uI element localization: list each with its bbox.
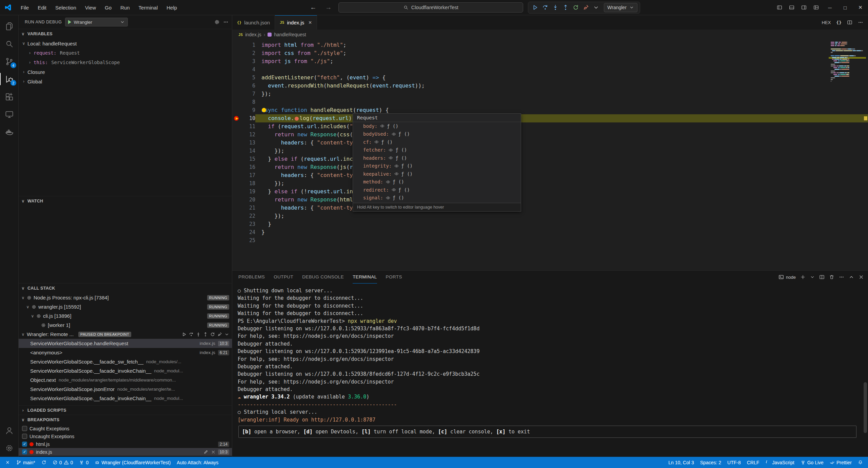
menu-view[interactable]: View [81, 0, 100, 15]
close-panel-icon[interactable] [859, 274, 864, 280]
breadcrumb-symbol[interactable]: handleRequest [274, 32, 306, 37]
code-line-22[interactable]: 22 }); [232, 212, 868, 220]
menu-run[interactable]: Run [116, 0, 134, 15]
minimap[interactable] [831, 42, 863, 84]
variables-header[interactable]: ∨VARIABLES [19, 29, 232, 39]
terminal-scrollbar[interactable] [864, 382, 867, 433]
breakpoint-checkbox[interactable]: ✓ [22, 442, 27, 447]
code-line-11[interactable]: 11 if (request.url.includes("c [232, 122, 868, 131]
activity-extensions[interactable] [0, 88, 19, 105]
panel-tab-output[interactable]: OUTPUT [274, 271, 293, 284]
panel-tab-ports[interactable]: PORTS [386, 271, 402, 284]
panel-tab-terminal[interactable]: TERMINAL [353, 271, 377, 284]
step-over-button[interactable] [541, 3, 550, 12]
debug-session-chevron[interactable] [592, 3, 600, 12]
continue-button[interactable] [531, 3, 539, 12]
debug-session-row[interactable]: ∨Wrangler: Remote ...PAUSED ON BREAKPOIN… [19, 330, 232, 339]
breakpoint-checkbox[interactable]: ✓ [22, 449, 27, 454]
code-line-6[interactable]: 6 event.respondWith(handleRequest(event.… [232, 82, 868, 90]
breakpoint-row[interactable]: ✓html.js2:14 [19, 440, 232, 448]
code-line-7[interactable]: 7}); [232, 90, 868, 98]
breakpoint-row[interactable]: Uncaught Exceptions [19, 432, 232, 440]
close-tab-icon[interactable]: ✕ [308, 20, 312, 25]
terminal-instance[interactable]: node [778, 274, 796, 280]
code-line-2[interactable]: 2import css from "./style"; [232, 49, 868, 57]
variable-row[interactable]: ∨Local: handleRequest [19, 39, 232, 48]
ports-indicator[interactable]: 0 [76, 457, 92, 468]
menu-help[interactable]: Help [162, 0, 181, 15]
code-line-17[interactable]: 17 headers: { "content-typ [232, 171, 868, 179]
close-button[interactable]: ✕ [853, 0, 868, 15]
code-line-4[interactable]: 4 [232, 65, 868, 74]
debug-session-row[interactable]: [worker 1]RUNNING [19, 320, 232, 330]
debug-session-picker[interactable]: Wrangler [604, 3, 637, 12]
code-line-3[interactable]: 3import js from "./js"; [232, 57, 868, 65]
code-line-20[interactable]: 20 return new Response(html( [232, 196, 868, 204]
eol-selector[interactable]: CRLF [744, 457, 763, 468]
go-live[interactable]: Go Live [797, 457, 827, 468]
debug-session-row[interactable]: ∨Node.js Process: npx-cli.js [7384]RUNNI… [19, 293, 232, 302]
accounts-button[interactable] [0, 422, 19, 439]
activity-docker[interactable] [0, 123, 19, 141]
hover-property-row[interactable]: integrity:ƒ () [353, 162, 521, 170]
hover-property-row[interactable]: fetcher:ƒ () [353, 146, 521, 154]
more-actions-icon[interactable] [858, 20, 863, 25]
restart-button[interactable] [571, 3, 580, 12]
stack-frame-row[interactable]: ServiceWorkerGlobalScope.__facade_sw_fet… [19, 357, 232, 366]
problems-indicator[interactable]: 00 [50, 457, 76, 468]
more-actions-icon[interactable] [839, 274, 844, 280]
debug-session-indicator[interactable]: Wrangler (CloudflareWorkerTest) [92, 457, 174, 468]
disconnect-button[interactable] [217, 332, 222, 337]
variable-row[interactable]: ›Closure [19, 67, 232, 77]
breakpoint-row[interactable]: Caught Exceptions [19, 425, 232, 432]
step-into-button[interactable] [551, 3, 560, 12]
panel-tab-debug-console[interactable]: DEBUG CONSOLE [302, 271, 344, 284]
variable-row[interactable]: ›Global [19, 77, 232, 86]
stack-frame-row[interactable]: ServiceWorkerGlobalScope.__facade_invoke… [19, 394, 232, 403]
lightbulb-icon[interactable] [262, 108, 266, 112]
hex-editor-button[interactable]: HEX [822, 20, 831, 25]
code-line-13[interactable]: 13 headers: { "content-typ [232, 139, 868, 147]
breadcrumb-file[interactable]: index.js [245, 32, 261, 37]
stack-frame-row[interactable]: Object.nextnode_modules/wrangler/templat… [19, 375, 232, 385]
breakpoint-checkbox[interactable] [22, 426, 27, 431]
hover-property-row[interactable]: keepalive:ƒ () [353, 170, 521, 178]
code-line-18[interactable]: 18 }); [232, 179, 868, 188]
code-line-21[interactable]: 21 headers: { "content-typ [232, 204, 868, 212]
menu-terminal[interactable]: Terminal [134, 0, 162, 15]
hover-property-row[interactable]: redirect:ƒ () [353, 186, 521, 194]
code-line-12[interactable]: 12 return new Response(css(r [232, 131, 868, 139]
code-line-9[interactable]: 9async function handleRequest(request) { [232, 106, 868, 114]
code-line-25[interactable]: 25 [232, 236, 868, 245]
disconnect-button[interactable] [581, 3, 590, 12]
code-line-24[interactable]: 24} [232, 228, 868, 236]
prettier[interactable]: Prettier [827, 457, 855, 468]
call-stack-header[interactable]: ∨CALL STACK [19, 284, 232, 293]
watch-header[interactable]: ∨WATCH [19, 196, 232, 206]
panel-tab-problems[interactable]: PROBLEMS [238, 271, 265, 284]
breakpoints-header[interactable]: ∨BREAKPOINTS [19, 415, 232, 425]
continue-button[interactable] [182, 332, 186, 337]
split-terminal-icon[interactable] [819, 274, 825, 280]
step-out-button[interactable] [203, 332, 208, 337]
debug-session-chevron[interactable] [224, 332, 229, 337]
tab-index-js[interactable]: JS index.js ✕ [275, 15, 317, 30]
split-editor-icon[interactable] [847, 20, 852, 25]
breakpoint-row[interactable]: ✓index.js10:3 [19, 448, 232, 456]
toggle-secondary-sidebar-button[interactable] [798, 0, 810, 15]
kill-terminal-icon[interactable] [829, 274, 834, 280]
activity-explorer[interactable] [0, 17, 19, 35]
new-terminal-icon[interactable] [800, 274, 806, 280]
go-forward-button[interactable]: → [323, 4, 334, 11]
minimize-button[interactable]: ─ [822, 0, 837, 15]
menu-file[interactable]: File [16, 0, 33, 15]
customize-layout-button[interactable] [810, 0, 822, 15]
breakpoint-checkbox[interactable] [22, 434, 27, 439]
hover-property-row[interactable]: method:ƒ () [353, 178, 521, 186]
stack-frame-row[interactable]: ServiceWorkerGlobalScope.__facade_invoke… [19, 366, 232, 375]
maximize-panel-icon[interactable] [849, 274, 854, 280]
activity-source-control[interactable]: 4 [0, 53, 19, 70]
loaded-scripts-header[interactable]: ›LOADED SCRIPTS [19, 406, 232, 415]
activity-run-debug[interactable]: 2 [0, 70, 19, 88]
stack-frame-row[interactable]: <anonymous>index.js6:21 [19, 348, 232, 357]
